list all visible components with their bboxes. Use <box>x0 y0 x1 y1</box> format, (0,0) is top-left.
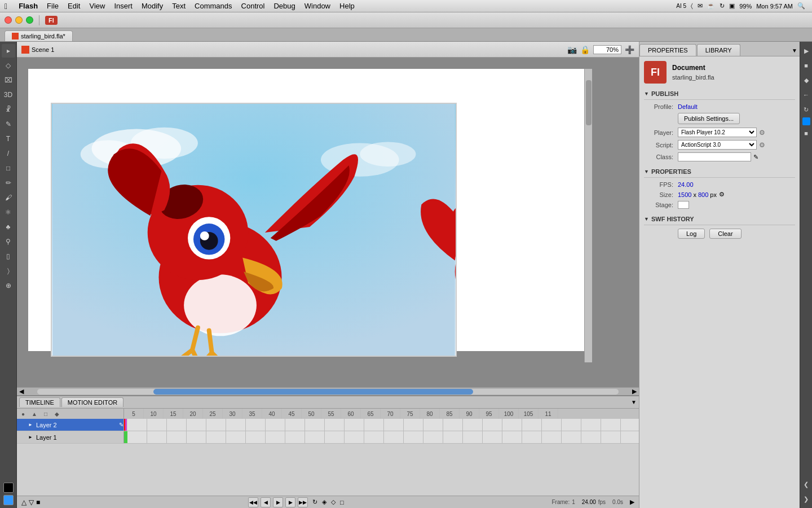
tl-layer-pencil-icon[interactable]: ✎ <box>119 422 123 428</box>
vscroll-thumb[interactable] <box>586 80 592 125</box>
tl-btn-last-frame[interactable]: ▶▶ <box>298 497 308 507</box>
tool-pencil[interactable]: ✏ <box>2 176 15 190</box>
clear-button[interactable]: Clear <box>709 229 741 239</box>
tab-library[interactable]: LIBRARY <box>697 44 740 56</box>
tool-zoom[interactable]: ⊕ <box>2 279 15 292</box>
menu-edit[interactable]: Edit <box>63 1 85 11</box>
menu-control[interactable]: Control <box>237 1 270 11</box>
menu-file[interactable]: File <box>42 1 63 11</box>
tool-bone[interactable]: ⚛ <box>2 205 15 219</box>
tl-layer-2-frames[interactable] <box>124 419 639 431</box>
tl-btn-play[interactable]: ▶ <box>273 497 283 507</box>
right-tool-6[interactable] <box>802 117 810 125</box>
canvas-viewport[interactable] <box>17 58 639 387</box>
tl-layer-1-name[interactable]: ► Layer 1 <box>17 431 124 443</box>
tl-loop-icon[interactable]: ↻ <box>312 498 317 506</box>
tl-layer-1-frames[interactable] <box>124 431 639 443</box>
file-tab-starling[interactable]: starling_bird.fla* <box>5 30 73 41</box>
vertical-scrollbar[interactable] <box>584 69 592 362</box>
tl-outline-icon[interactable]: □ <box>42 410 50 418</box>
menu-text[interactable]: Text <box>167 1 190 11</box>
menu-insert[interactable]: Insert <box>109 1 137 11</box>
menu-debug[interactable]: Debug <box>269 1 299 11</box>
size-height[interactable]: 800 <box>698 191 708 198</box>
tool-lasso[interactable]: ☧ <box>2 103 15 116</box>
right-tool-2[interactable]: ■ <box>800 59 813 72</box>
tl-loop-right[interactable]: ▶ <box>630 498 634 506</box>
tl-visibility-icon[interactable]: ● <box>19 410 27 418</box>
tl-layer-2-name[interactable]: ► Layer 2 ✎ <box>17 419 124 431</box>
menu-flash[interactable]: Flash <box>14 1 42 11</box>
delete-layer-icon[interactable]: ▽ <box>29 498 34 506</box>
menu-commands[interactable]: Commands <box>190 1 236 11</box>
right-tool-3[interactable]: ◆ <box>800 73 813 87</box>
class-edit-icon[interactable]: ✎ <box>753 154 758 161</box>
hscroll-thumb[interactable] <box>153 389 473 395</box>
stroke-color[interactable] <box>3 483 14 493</box>
tl-edit-multiple-icon[interactable]: □ <box>340 499 344 506</box>
horizontal-scrollbar[interactable]: ◀ ▶ <box>17 387 639 395</box>
add-layer-icon[interactable]: △ <box>21 498 27 506</box>
hscroll-right-btn[interactable]: ▶ <box>630 388 639 395</box>
tool-arrow[interactable]: ▸ <box>2 44 15 58</box>
tool-brush[interactable]: 🖌 <box>2 191 15 204</box>
right-tool-expand[interactable]: ❮ <box>800 478 813 491</box>
tool-pen[interactable]: ✎ <box>2 117 15 131</box>
tool-eyedropper[interactable]: ⚲ <box>2 235 15 248</box>
tool-eraser[interactable]: ▯ <box>2 249 15 263</box>
tool-text[interactable]: T <box>2 132 15 146</box>
menu-search-icon[interactable]: 🔍 <box>795 1 807 11</box>
script-select[interactable]: ActionScript 3.0 ActionScript 2.0 <box>678 140 757 150</box>
zoom-increase-icon[interactable]: ➕ <box>625 45 634 54</box>
apple-menu[interactable]:  <box>5 2 7 11</box>
tool-transform[interactable]: ⌧ <box>2 73 15 87</box>
tool-3d[interactable]: 3D <box>2 88 15 102</box>
tl-btn-prev-frame[interactable]: ◀ <box>261 497 271 507</box>
tl-layer-expand[interactable]: ► <box>28 422 33 427</box>
right-tool-5[interactable]: ↻ <box>800 103 813 116</box>
right-tool-1[interactable]: ▶ <box>800 44 813 58</box>
size-edit-icon[interactable]: ⚙ <box>719 191 725 198</box>
tool-subselect[interactable]: ◇ <box>2 59 15 72</box>
tl-btn-first-frame[interactable]: ◀◀ <box>248 497 258 507</box>
tl-lock-icon[interactable]: ▲ <box>30 410 38 418</box>
timeline-collapse-btn[interactable]: ▼ <box>631 399 637 405</box>
tl-onion-icon[interactable]: ◈ <box>322 498 326 506</box>
add-motion-tween[interactable]: ■ <box>36 498 40 506</box>
close-button[interactable] <box>5 16 12 24</box>
hscroll-left-btn[interactable]: ◀ <box>17 388 26 395</box>
tab-timeline[interactable]: TIMELINE <box>19 397 60 407</box>
publish-settings-button[interactable]: Publish Settings... <box>678 113 740 124</box>
camera-icon[interactable]: 📷 <box>567 45 577 54</box>
tab-properties[interactable]: PROPERTIES <box>639 44 696 56</box>
tl-layer-1[interactable]: ► Layer 1 <box>17 431 639 444</box>
fps-value[interactable]: 24.00 <box>678 181 694 188</box>
player-wrench-icon[interactable]: ⚙ <box>759 129 765 137</box>
publish-section-header[interactable]: ▼ PUBLISH <box>644 88 795 100</box>
right-tool-collapse[interactable]: ❯ <box>800 492 813 506</box>
minimize-button[interactable] <box>15 16 23 24</box>
fill-color[interactable] <box>3 495 14 505</box>
menu-view[interactable]: View <box>85 1 109 11</box>
tl-layer-2[interactable]: ► Layer 2 ✎ <box>17 419 639 431</box>
stage-color-swatch[interactable] <box>678 201 689 209</box>
swf-history-header[interactable]: ▼ SWF HISTORY <box>644 213 795 225</box>
script-wrench-icon[interactable]: ⚙ <box>759 141 765 149</box>
menu-modify[interactable]: Modify <box>137 1 167 11</box>
class-input[interactable] <box>678 152 751 161</box>
menu-window[interactable]: Window <box>300 1 335 11</box>
panel-collapse-icon[interactable]: ▼ <box>789 45 800 56</box>
tab-motion-editor[interactable]: MOTION EDITOR <box>61 397 123 407</box>
tool-rect[interactable]: □ <box>2 161 15 175</box>
right-tool-4[interactable]: ← <box>800 88 813 102</box>
player-select[interactable]: Flash Player 10.2 Flash Player 11 <box>678 128 757 137</box>
tl-onion-outlines-icon[interactable]: ◇ <box>331 498 336 506</box>
tool-paint-bucket[interactable]: ♣ <box>2 220 15 234</box>
tl-btn-next-frame[interactable]: ▶ <box>285 497 295 507</box>
log-button[interactable]: Log <box>678 229 705 239</box>
tool-line[interactable]: / <box>2 147 15 160</box>
zoom-input[interactable] <box>593 45 621 54</box>
right-tool-7[interactable]: ■ <box>800 126 813 140</box>
tool-hand[interactable]: 〉 <box>2 264 15 278</box>
tl-layer1-expand[interactable]: ► <box>28 435 33 440</box>
